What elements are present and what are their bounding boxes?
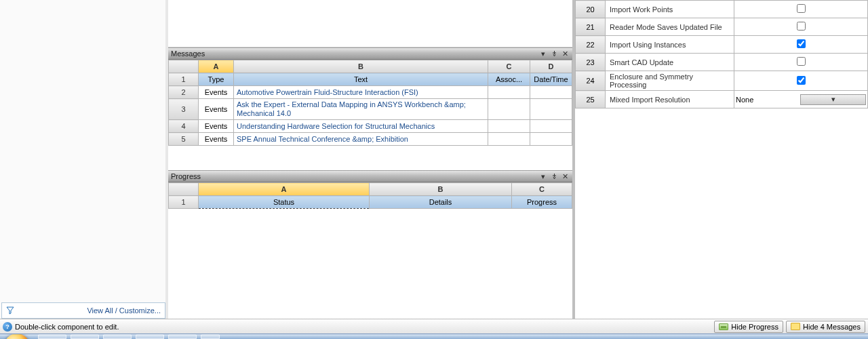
- taskbar-item[interactable]: [136, 334, 164, 339]
- header-text[interactable]: Text: [234, 73, 488, 86]
- cell-text[interactable]: SPE Annual Technical Conference &amp; Ex…: [234, 133, 488, 146]
- prop-value[interactable]: [734, 1, 868, 18]
- row-number: 22: [576, 36, 606, 54]
- header-status[interactable]: Status: [199, 196, 370, 209]
- col-header[interactable]: D: [530, 60, 572, 73]
- header-type[interactable]: Type: [199, 73, 234, 86]
- messages-panel-header[interactable]: Messages ▾ ✕: [168, 47, 572, 60]
- view-all-link[interactable]: View All / Customize...: [87, 306, 161, 315]
- prop-row[interactable]: 22 Import Using Instances: [576, 36, 868, 54]
- taskbar-item[interactable]: [168, 334, 197, 339]
- col-header[interactable]: A: [199, 60, 234, 73]
- messages-close-icon[interactable]: ✕: [560, 49, 570, 58]
- properties-panel: 20 Import Work Points 21 Reader Mode Sav…: [575, 0, 868, 319]
- progress-panel-header[interactable]: Progress ▾ ✕: [168, 170, 572, 182]
- col-header[interactable]: C: [488, 60, 530, 73]
- messages-menu-icon[interactable]: ▾: [538, 49, 548, 58]
- cell-assoc: [488, 133, 530, 146]
- header-assoc[interactable]: Assoc...: [488, 73, 530, 86]
- progress-table[interactable]: A B C 1 Status Details Progress: [168, 182, 572, 209]
- cell-type: Events: [199, 133, 234, 146]
- prop-value[interactable]: [734, 71, 868, 91]
- hide-progress-button[interactable]: Hide Progress: [714, 321, 783, 333]
- checkbox-reader-mode[interactable]: [797, 22, 806, 31]
- col-header[interactable]: C: [512, 183, 572, 196]
- row-number: 21: [576, 18, 606, 36]
- progress-title: Progress: [171, 172, 537, 180]
- prop-value[interactable]: [734, 18, 868, 36]
- prop-label: Import Using Instances: [606, 36, 734, 54]
- hide-messages-button[interactable]: Hide 4 Messages: [786, 321, 865, 333]
- checkbox-import-work-points[interactable]: [797, 4, 806, 13]
- windows-taskbar[interactable]: [0, 334, 868, 339]
- app-root: View All / Customize... Messages ▾ ✕ A B…: [0, 0, 868, 339]
- center-area: Messages ▾ ✕ A B C D 1 Type Text Assoc..…: [168, 0, 575, 319]
- row-number[interactable]: 1: [169, 73, 199, 86]
- help-icon[interactable]: ?: [3, 322, 12, 332]
- prop-row[interactable]: 20 Import Work Points: [576, 1, 868, 18]
- prop-label: Enclosure and Symmetry Processing: [606, 71, 734, 91]
- row-number: 20: [576, 1, 606, 18]
- cell-assoc: [488, 86, 530, 99]
- toolbox-footer: View All / Customize...: [1, 302, 165, 319]
- taskbar-item[interactable]: [38, 334, 66, 339]
- row-number: 23: [576, 54, 606, 71]
- messages-empty-area: [168, 146, 572, 170]
- messages-pin-icon[interactable]: [549, 49, 559, 58]
- checkbox-smart-cad[interactable]: [797, 57, 806, 66]
- header-details[interactable]: Details: [370, 196, 512, 209]
- prop-label: Smart CAD Update: [606, 54, 734, 71]
- cell-text[interactable]: Ask the Expert - External Data Mapping i…: [234, 99, 488, 120]
- row-number[interactable]: 1: [169, 196, 199, 209]
- prop-label: Reader Mode Saves Updated File: [606, 18, 734, 36]
- header-datetime[interactable]: Date/Time: [530, 73, 572, 86]
- table-row[interactable]: 2 Events Automotive Powertrain Fluid-Str…: [169, 86, 572, 99]
- row-number: 2: [169, 86, 199, 99]
- chevron-down-icon[interactable]: ▾: [800, 94, 866, 105]
- row-number: 3: [169, 99, 199, 120]
- schematic-area[interactable]: [168, 0, 572, 47]
- filter-icon[interactable]: [5, 305, 16, 316]
- row-number: 4: [169, 120, 199, 133]
- cell-date: [530, 133, 572, 146]
- col-header[interactable]: A: [199, 183, 370, 196]
- taskbar-item[interactable]: [103, 334, 132, 339]
- corner-cell: [169, 183, 199, 196]
- progress-close-icon[interactable]: ✕: [560, 172, 570, 181]
- table-row[interactable]: 3 Events Ask the Expert - External Data …: [169, 99, 572, 120]
- properties-table[interactable]: 20 Import Work Points 21 Reader Mode Sav…: [575, 0, 868, 108]
- button-label: Hide Progress: [731, 323, 778, 331]
- col-header[interactable]: B: [234, 60, 488, 73]
- dropdown-mixed-import[interactable]: None ▾: [736, 94, 866, 105]
- progress-pin-icon[interactable]: [549, 172, 559, 181]
- button-label: Hide 4 Messages: [803, 323, 861, 331]
- progress-menu-icon[interactable]: ▾: [538, 172, 548, 181]
- toolbox-panel: View All / Customize...: [0, 0, 168, 319]
- taskbar-item[interactable]: [71, 334, 99, 339]
- prop-row[interactable]: 21 Reader Mode Saves Updated File: [576, 18, 868, 36]
- prop-row[interactable]: 24 Enclosure and Symmetry Processing: [576, 71, 868, 91]
- table-row[interactable]: 4 Events Understanding Hardware Selectio…: [169, 120, 572, 133]
- start-orb-icon[interactable]: [4, 334, 30, 339]
- messages-table[interactable]: A B C D 1 Type Text Assoc... Date/Time 2…: [168, 60, 572, 146]
- checkbox-import-instances[interactable]: [797, 39, 806, 48]
- cell-date: [530, 86, 572, 99]
- cell-assoc: [488, 120, 530, 133]
- taskbar-item[interactable]: [201, 334, 220, 339]
- table-row[interactable]: 5 Events SPE Annual Technical Conference…: [169, 133, 572, 146]
- checkbox-enclosure-symmetry[interactable]: [797, 76, 806, 85]
- messages-icon: [791, 323, 800, 330]
- cell-date: [530, 120, 572, 133]
- prop-value[interactable]: [734, 36, 868, 54]
- prop-value[interactable]: [734, 54, 868, 71]
- prop-row[interactable]: 25 Mixed Import Resolution None ▾: [576, 91, 868, 108]
- cell-assoc: [488, 99, 530, 120]
- row-number: 5: [169, 133, 199, 146]
- status-text: Double-click component to edit.: [15, 323, 119, 331]
- col-header[interactable]: B: [370, 183, 512, 196]
- cell-text[interactable]: Automotive Powertrain Fluid-Structure In…: [234, 86, 488, 99]
- header-progress[interactable]: Progress: [512, 196, 572, 209]
- prop-row[interactable]: 23 Smart CAD Update: [576, 54, 868, 71]
- prop-value[interactable]: None ▾: [734, 91, 868, 108]
- cell-text[interactable]: Understanding Hardware Selection for Str…: [234, 120, 488, 133]
